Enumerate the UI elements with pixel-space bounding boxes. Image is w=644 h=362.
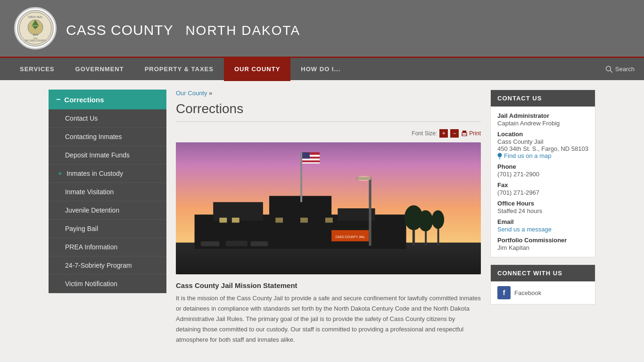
phone-label: Phone <box>497 163 588 170</box>
svg-text:1873: 1873 <box>33 33 38 36</box>
facebook-row[interactable]: f Facebook <box>497 286 588 299</box>
svg-point-25 <box>356 176 372 181</box>
font-decrease-button[interactable]: − <box>450 129 459 138</box>
sidebar-item-inmate-visitation[interactable]: Inmate Visitation <box>49 183 166 201</box>
expand-icon: + <box>58 170 62 177</box>
mission-title: Cass County Jail Mission Statement <box>176 281 481 289</box>
state-name: North Dakota <box>185 23 300 38</box>
main-nav: SERVICES GOVERNMENT PROPERTY & TAXES OUR… <box>0 57 644 80</box>
map-pin-icon <box>497 153 502 159</box>
site-title-block: CASS COUNTY North Dakota <box>66 18 300 38</box>
nav-how-do-i[interactable]: HOW DO I... <box>290 58 351 81</box>
nav-services[interactable]: SERVICES <box>9 58 65 81</box>
breadcrumb-separator: » <box>209 90 212 97</box>
svg-line-8 <box>610 70 612 73</box>
sidebar-item-contact-us[interactable]: Contact Us <box>49 109 166 128</box>
svg-rect-36 <box>250 241 268 247</box>
svg-rect-18 <box>219 218 227 223</box>
hours-value: Staffed 24 hours <box>497 207 588 214</box>
svg-point-42 <box>432 210 444 229</box>
sidebar-item-sobriety-program[interactable]: 24-7-Sobriety Program <box>49 256 166 275</box>
mission-text: It is the mission of the Cass County Jai… <box>176 293 481 345</box>
breadcrumb: Our County » <box>176 90 481 97</box>
commissioner-value: Jim Kapitan <box>497 244 588 251</box>
site-header: GREAT SEAL OF CASS COUNTY 1873 1931 CASS… <box>0 0 644 57</box>
map-link-row: Find us on a map <box>497 152 588 159</box>
svg-rect-31 <box>302 152 310 158</box>
email-link[interactable]: Send us a message <box>497 226 552 233</box>
nav-property-taxes[interactable]: PROPERTY & TAXES <box>134 58 224 81</box>
print-button[interactable]: Print <box>461 130 481 137</box>
contact-box: CONTACT US Jail Administrator Captain An… <box>490 90 595 257</box>
svg-rect-23 <box>369 177 371 246</box>
svg-rect-20 <box>275 218 283 223</box>
county-name: CASS COUNTY <box>66 22 173 38</box>
commissioner-label: Portfolio Commissioner <box>497 237 588 244</box>
svg-rect-34 <box>201 241 220 247</box>
address-value: 450 34th St. S., Fargo, ND 58103 <box>497 145 588 152</box>
nav-government[interactable]: GOVERNMENT <box>65 58 134 81</box>
svg-point-43 <box>498 153 502 157</box>
svg-rect-26 <box>300 152 302 202</box>
sidebar-submenu: Contact Us Contacting Inmates Deposit In… <box>49 109 166 293</box>
sidebar-item-inmates-custody[interactable]: + Inmates in Custody <box>49 165 166 183</box>
sidebar-active-item[interactable]: − Corrections <box>49 90 166 109</box>
svg-rect-10 <box>462 131 466 133</box>
sidebar-item-prea-information[interactable]: PREA Information <box>49 238 166 256</box>
facebook-label: Facebook <box>514 289 541 296</box>
svg-rect-22 <box>325 218 333 223</box>
connect-box-body: f Facebook <box>491 281 595 304</box>
search-label: Search <box>615 66 635 73</box>
site-title: CASS COUNTY North Dakota <box>66 18 300 38</box>
font-size-controls: Font Size: + − Print <box>176 129 481 138</box>
contact-box-header: CONTACT US <box>491 90 595 107</box>
svg-point-40 <box>418 210 433 231</box>
svg-rect-11 <box>462 134 466 136</box>
facebook-icon: f <box>497 286 511 299</box>
sidebar-item-contacting-inmates[interactable]: Contacting Inmates <box>49 128 166 146</box>
print-label: Print <box>469 130 481 137</box>
inmates-custody-label: Inmates in Custody <box>66 170 123 177</box>
sidebar-collapse-icon: − <box>56 95 60 104</box>
phone-value: (701) 271-2900 <box>497 171 588 178</box>
jail-admin-value: Captain Andrew Frobig <box>497 120 588 127</box>
sidebar-item-paying-bail[interactable]: Paying Bail <box>49 220 166 238</box>
sidebar-item-juvenile-detention[interactable]: Juvenile Detention <box>49 201 166 220</box>
location-label: Location <box>497 131 588 138</box>
fax-label: Fax <box>497 181 588 189</box>
hours-label: Office Hours <box>497 200 588 207</box>
sidebar-active-label: Corrections <box>64 96 104 104</box>
page-title: Corrections <box>176 101 481 122</box>
connect-box-header: CONNECT WITH US <box>491 265 595 281</box>
svg-rect-19 <box>232 218 239 223</box>
svg-text:CASS COUNTY JAIL: CASS COUNTY JAIL <box>335 235 365 239</box>
svg-text:GREAT SEAL: GREAT SEAL <box>28 16 43 18</box>
sidebar: − Corrections Contact Us Contacting Inma… <box>49 90 166 345</box>
nav-our-county[interactable]: OUR COUNTY <box>224 58 290 81</box>
svg-point-7 <box>606 66 611 71</box>
right-sidebar: CONTACT US Jail Administrator Captain An… <box>490 90 595 345</box>
jail-image: CASS COUNTY JAIL <box>176 142 481 274</box>
svg-rect-35 <box>226 241 248 247</box>
svg-rect-30 <box>302 162 320 164</box>
sidebar-item-deposit-funds[interactable]: Deposit Inmate Funds <box>49 146 166 165</box>
font-size-label: Font Size: <box>412 130 437 137</box>
font-increase-button[interactable]: + <box>439 129 448 138</box>
connect-box: CONNECT WITH US f Facebook <box>490 264 595 304</box>
print-icon <box>461 130 468 137</box>
fax-value: (701) 271-2967 <box>497 189 588 196</box>
main-content: Our County » Corrections Font Size: + − … <box>176 90 481 345</box>
location-value: Cass County Jail <box>497 138 588 145</box>
search-button[interactable]: Search <box>605 66 635 73</box>
email-label: Email <box>497 218 588 225</box>
contact-box-body: Jail Administrator Captain Andrew Frobig… <box>491 107 595 257</box>
county-seal: GREAT SEAL OF CASS COUNTY 1873 1931 <box>14 7 57 49</box>
search-icon <box>605 66 613 73</box>
sidebar-item-victim-notification[interactable]: Victim Notification <box>49 275 166 293</box>
map-link[interactable]: Find us on a map <box>504 152 551 159</box>
svg-text:1931: 1931 <box>33 37 38 40</box>
svg-rect-21 <box>300 218 308 223</box>
svg-rect-29 <box>302 158 320 160</box>
breadcrumb-link[interactable]: Our County <box>176 90 207 97</box>
page-wrapper: − Corrections Contact Us Contacting Inma… <box>39 80 605 354</box>
